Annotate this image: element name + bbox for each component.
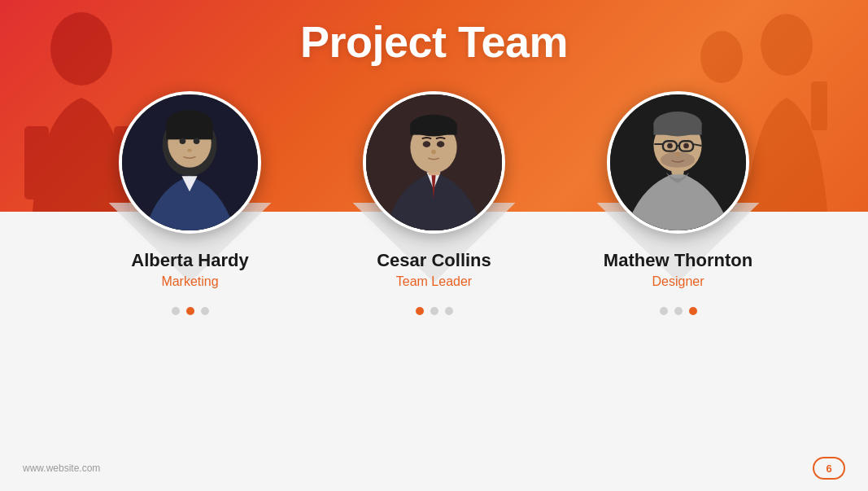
dot-3 <box>201 307 209 315</box>
team-row: Alberta Hardy Marketing <box>0 91 868 315</box>
main-content: Project Team <box>0 0 868 491</box>
dot-3 <box>445 307 453 315</box>
member-name-mathew: Mathew Thornton <box>604 250 752 271</box>
dots-cesar <box>416 307 453 315</box>
dot-1-active <box>416 307 424 315</box>
svg-point-13 <box>187 149 192 152</box>
member-role-mathew: Designer <box>652 274 704 289</box>
page-number: 6 <box>813 457 845 480</box>
dot-2 <box>674 307 683 315</box>
avatar-svg-mathew <box>610 94 746 230</box>
member-role-alberta: Marketing <box>161 274 218 289</box>
avatar-mathew <box>607 91 749 234</box>
dot-3-active <box>689 307 697 315</box>
svg-point-12 <box>194 138 200 144</box>
page-title: Project Team <box>300 16 568 67</box>
member-card-cesar: Cesar Collins Team Leader <box>312 91 556 315</box>
footer: www.website.com 6 <box>0 457 868 480</box>
svg-rect-28 <box>653 122 701 134</box>
avatar-cesar <box>363 91 505 234</box>
avatar-svg-alberta <box>122 94 258 230</box>
member-name-alberta: Alberta Hardy <box>131 250 248 271</box>
dot-1 <box>660 307 668 315</box>
dot-1 <box>172 307 180 315</box>
dots-alberta <box>172 307 209 315</box>
svg-rect-10 <box>166 124 212 139</box>
svg-point-34 <box>667 143 673 149</box>
svg-rect-19 <box>410 124 456 134</box>
member-card-alberta: Alberta Hardy Marketing <box>68 91 312 315</box>
member-name-cesar: Cesar Collins <box>377 250 491 271</box>
dot-2-active <box>186 307 194 315</box>
svg-point-20 <box>423 141 431 147</box>
member-card-mathew: Mathew Thornton Designer <box>556 91 800 315</box>
dots-mathew <box>660 307 697 315</box>
footer-website: www.website.com <box>23 463 100 474</box>
avatar-svg-cesar <box>366 94 502 230</box>
svg-point-22 <box>431 150 436 155</box>
svg-point-35 <box>683 143 689 149</box>
svg-point-36 <box>675 152 680 157</box>
dot-2 <box>430 307 438 315</box>
svg-point-21 <box>437 141 445 147</box>
avatar-alberta <box>119 91 261 234</box>
member-role-cesar: Team Leader <box>396 274 472 289</box>
svg-point-11 <box>180 138 186 144</box>
